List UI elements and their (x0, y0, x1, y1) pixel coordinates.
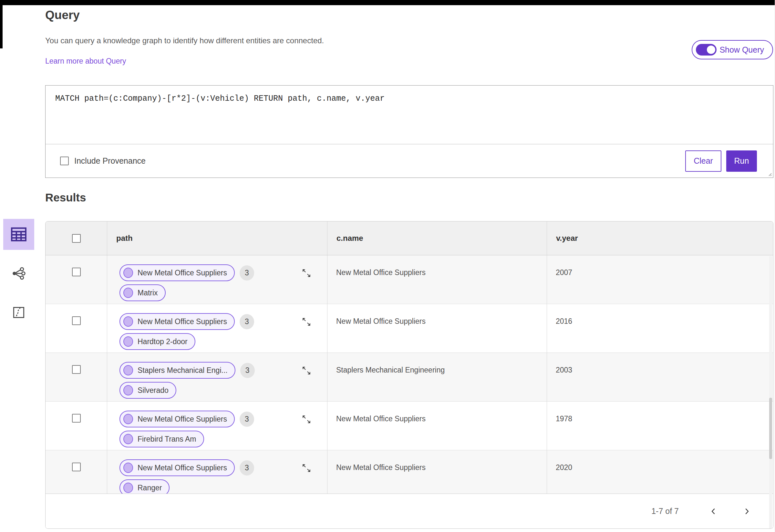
include-provenance-checkbox[interactable] (60, 157, 69, 165)
entity-pill[interactable]: Firebird Trans Am (119, 431, 204, 447)
node-dot-icon (123, 414, 133, 424)
scrollbar-thumb[interactable] (769, 398, 772, 459)
show-query-toggle[interactable]: Show Query (692, 40, 773, 59)
node-dot-icon (123, 288, 133, 298)
vyear-cell: 2016 (547, 304, 773, 353)
window-top-bar (0, 0, 775, 5)
node-dot-icon (123, 483, 133, 493)
map-view-button[interactable] (3, 297, 34, 328)
table-pagination: 1-7 of 7 (46, 494, 773, 528)
select-all-checkbox[interactable] (72, 234, 81, 243)
row-checkbox[interactable] (72, 365, 81, 374)
vyear-cell: 2007 (547, 255, 773, 304)
expand-diagonal-icon[interactable] (301, 268, 312, 279)
cname-cell: New Metal Office Suppliers (327, 255, 547, 304)
table-row: Staplers Mechanical Engi... 3 Silverado … (46, 353, 773, 402)
expand-diagonal-icon[interactable] (301, 316, 312, 327)
network-icon (11, 266, 26, 281)
results-table: path c.name v.year New Metal Office Supp… (45, 221, 773, 529)
path-count-badge: 3 (240, 363, 255, 378)
entity-pill[interactable]: Silverado (119, 382, 176, 399)
toggle-knob[interactable] (706, 45, 716, 55)
entity-pill[interactable]: New Metal Office Suppliers (119, 411, 235, 427)
entity-pill[interactable]: New Metal Office Suppliers (119, 264, 235, 281)
entity-pill[interactable]: New Metal Office Suppliers (119, 313, 235, 330)
query-editor[interactable]: MATCH path=(c:Company)-[r*2]-(v:Vehicle)… (46, 86, 773, 144)
node-dot-icon (123, 434, 133, 444)
table-scrollbar[interactable] (769, 256, 772, 529)
table-view-button[interactable] (3, 219, 34, 250)
path-count-badge: 3 (240, 314, 254, 329)
results-title: Results (45, 191, 86, 204)
column-header-vyear: v.year (547, 221, 773, 255)
node-dot-icon (123, 463, 133, 473)
query-panel: MATCH path=(c:Company)-[r*2]-(v:Vehicle)… (45, 85, 773, 178)
table-row: New Metal Office Suppliers 3 Ranger New … (46, 450, 773, 494)
page-title: Query (45, 8, 80, 22)
show-query-label: Show Query (719, 45, 764, 55)
path-count-badge: 3 (240, 265, 254, 281)
column-header-path: path (107, 221, 327, 255)
learn-more-link[interactable]: Learn more about Query (45, 57, 126, 66)
row-checkbox[interactable] (72, 316, 81, 325)
results-view-rail (3, 219, 34, 336)
table-row: New Metal Office Suppliers 3 Firebird Tr… (46, 402, 773, 450)
window-left-edge (0, 0, 3, 48)
query-page: Query You can query a knowledge graph to… (0, 0, 775, 532)
table-row: New Metal Office Suppliers 3 Matrix New … (46, 255, 773, 304)
include-provenance-label: Include Provenance (74, 156, 146, 166)
route-map-icon (12, 305, 26, 320)
vyear-cell: 2003 (547, 353, 773, 402)
table-row: New Metal Office Suppliers 3 Hardtop 2-d… (46, 304, 773, 353)
page-description: You can query a knowledge graph to ident… (45, 36, 324, 45)
node-dot-icon (123, 385, 133, 395)
path-count-badge: 3 (240, 412, 254, 427)
node-dot-icon (123, 365, 133, 375)
pagination-range-label: 1-7 of 7 (651, 506, 679, 516)
row-checkbox[interactable] (72, 268, 81, 276)
chevron-right-icon[interactable] (740, 505, 753, 518)
vyear-cell: 2020 (547, 450, 773, 494)
expand-diagonal-icon[interactable] (301, 414, 312, 425)
cname-cell: New Metal Office Suppliers (327, 304, 547, 353)
node-dot-icon (123, 268, 133, 278)
column-header-cname: c.name (327, 221, 547, 255)
cname-cell: New Metal Office Suppliers (327, 450, 547, 494)
clear-button[interactable]: Clear (685, 150, 721, 172)
vyear-cell: 1978 (547, 402, 773, 451)
row-checkbox[interactable] (72, 414, 81, 423)
path-count-badge: 3 (240, 460, 254, 476)
entity-pill[interactable]: Matrix (119, 284, 166, 301)
entity-pill[interactable]: Hardtop 2-door (119, 333, 195, 350)
cname-cell: New Metal Office Suppliers (327, 402, 547, 451)
query-footer: Include Provenance Clear Run (46, 144, 773, 178)
graph-view-button[interactable] (3, 258, 34, 289)
resize-grip-icon[interactable] (767, 171, 772, 176)
table-header-row: path c.name v.year (46, 221, 773, 255)
expand-diagonal-icon[interactable] (301, 463, 312, 474)
node-dot-icon (123, 336, 133, 347)
cname-cell: Staplers Mechanical Engineering (327, 353, 547, 402)
table-icon (9, 225, 28, 244)
entity-pill[interactable]: Ranger (119, 479, 169, 494)
expand-diagonal-icon[interactable] (301, 365, 312, 376)
entity-pill[interactable]: Staplers Mechanical Engi... (119, 362, 235, 379)
row-checkbox[interactable] (72, 463, 81, 471)
chevron-left-icon[interactable] (707, 505, 720, 518)
run-button[interactable]: Run (726, 150, 757, 172)
toggle-track-icon[interactable] (696, 44, 717, 56)
entity-pill[interactable]: New Metal Office Suppliers (119, 459, 235, 476)
node-dot-icon (123, 316, 133, 327)
